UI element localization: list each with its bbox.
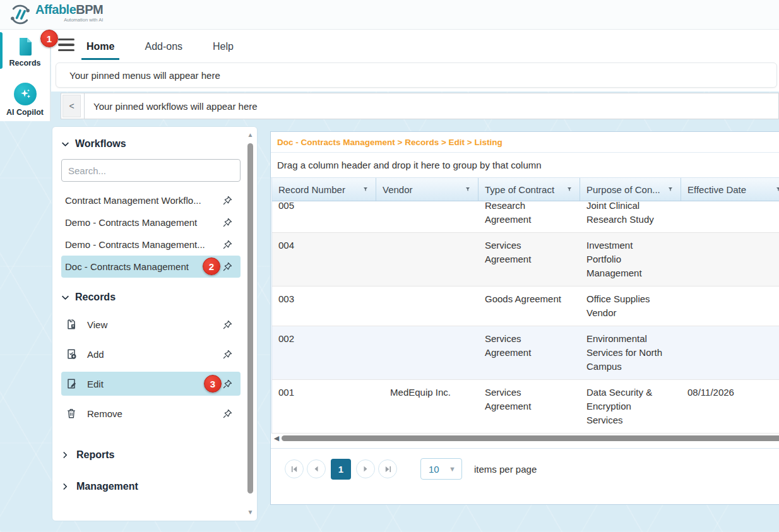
section-title: Workflows bbox=[75, 138, 126, 150]
cell-record-number: 002 bbox=[272, 326, 376, 379]
pinned-menus-bar: Your pinned menus will appear here bbox=[56, 62, 777, 88]
cell-vendor bbox=[376, 326, 479, 379]
cell-purpose: Investment Portfolio Management bbox=[580, 233, 681, 286]
pin-icon[interactable] bbox=[222, 319, 233, 330]
cell-vendor bbox=[376, 287, 479, 326]
current-page-button[interactable]: 1 bbox=[331, 459, 351, 480]
rail-item-ai-copilot[interactable]: AI Copilot bbox=[0, 76, 50, 118]
prev-page-button[interactable] bbox=[307, 459, 326, 478]
pin-icon[interactable] bbox=[222, 408, 233, 419]
chevron-down-icon bbox=[61, 293, 69, 302]
menu-item-add[interactable]: Add bbox=[61, 342, 241, 366]
pin-icon[interactable] bbox=[222, 349, 233, 360]
scroll-up-icon[interactable]: ▲ bbox=[246, 131, 254, 139]
sidebar-scrollbar[interactable]: ▲ ▼ bbox=[246, 131, 254, 517]
cell-record-number: 001 bbox=[272, 380, 376, 433]
first-page-button[interactable] bbox=[285, 459, 304, 478]
table-row[interactable]: 005Research AgreementJoint Clinical Rese… bbox=[272, 201, 779, 233]
last-page-icon bbox=[384, 466, 391, 473]
scroll-down-icon[interactable]: ▼ bbox=[246, 508, 254, 517]
cell-type: Goods Agreement bbox=[479, 287, 580, 326]
items-per-page-label: items per page bbox=[474, 464, 537, 475]
table-row[interactable]: 001MedEquip Inc.Services AgreementData S… bbox=[272, 380, 779, 434]
workflow-item[interactable]: Demo - Contracts Management bbox=[61, 211, 241, 233]
section-reports[interactable]: Reports bbox=[61, 442, 241, 468]
collapse-left-icon[interactable]: < bbox=[62, 95, 81, 117]
cell-effective-date: 08/11/2026 bbox=[681, 380, 779, 433]
annotation-badge-1: 1 bbox=[40, 30, 58, 47]
menu-item-view[interactable]: View bbox=[61, 312, 241, 336]
cell-record-number: 004 bbox=[272, 233, 376, 286]
page-size-value: 10 bbox=[429, 464, 449, 475]
rail-item-label: AI Copilot bbox=[6, 108, 44, 117]
next-page-button[interactable] bbox=[356, 459, 375, 478]
cell-effective-date bbox=[681, 201, 779, 232]
column-header-purpose[interactable]: Purpose of Con... bbox=[580, 178, 681, 201]
filter-icon[interactable] bbox=[359, 185, 368, 194]
workflow-item-selected[interactable]: Doc - Contracts Management 2 bbox=[61, 256, 241, 278]
column-header-vendor[interactable]: Vendor bbox=[376, 178, 479, 201]
pin-icon[interactable] bbox=[222, 261, 233, 272]
main-content-card: Doc - Contracts Management > Records > E… bbox=[270, 131, 779, 505]
pin-icon[interactable] bbox=[222, 195, 233, 206]
last-page-button[interactable] bbox=[378, 459, 397, 478]
column-header-type-of-contract[interactable]: Type of Contract bbox=[479, 178, 580, 201]
cell-effective-date bbox=[681, 233, 779, 286]
scrollbar-thumb[interactable] bbox=[247, 143, 253, 494]
cell-purpose: Data Security & Encryption Services bbox=[580, 380, 681, 433]
pin-icon[interactable] bbox=[222, 239, 233, 250]
cell-effective-date bbox=[681, 287, 779, 326]
clipboard-view-icon bbox=[65, 318, 78, 331]
scroll-left-icon[interactable]: ◀ bbox=[271, 434, 282, 442]
filter-icon[interactable] bbox=[664, 185, 673, 194]
cell-purpose: Joint Clinical Research Study bbox=[580, 201, 681, 232]
column-header-record-number[interactable]: Record Number bbox=[272, 178, 376, 201]
cell-vendor: MedEquip Inc. bbox=[376, 380, 479, 433]
cell-purpose: Environmental Services for North Campus bbox=[580, 326, 681, 379]
section-management[interactable]: Management bbox=[61, 473, 241, 500]
table-row[interactable]: 002Services AgreementEnvironmental Servi… bbox=[272, 326, 779, 380]
column-header-effective-date[interactable]: Effective Date bbox=[681, 178, 779, 201]
pin-icon[interactable] bbox=[222, 217, 233, 228]
section-workflows[interactable]: Workflows bbox=[61, 134, 241, 153]
trash-icon bbox=[65, 407, 78, 420]
pinned-workflows-placeholder: Your pinned workflows will appear here bbox=[93, 101, 258, 112]
tab-home[interactable]: Home bbox=[85, 35, 116, 60]
grid-header-row: Record Number Vendor Type of Contract Pu… bbox=[272, 178, 779, 201]
workflow-item[interactable]: Contract Management Workflo... bbox=[61, 189, 241, 211]
cell-effective-date bbox=[681, 326, 779, 379]
first-page-icon bbox=[291, 466, 298, 473]
filter-icon[interactable] bbox=[461, 185, 470, 194]
page-size-select[interactable]: 10 ▼ bbox=[420, 458, 462, 480]
pagination-bar: 1 10 ▼ items per page bbox=[271, 448, 779, 489]
breadcrumb: Doc - Contracts Management > Records > E… bbox=[271, 132, 779, 153]
workflow-item[interactable]: Demo - Contracts Management... bbox=[61, 233, 241, 256]
annotation-badge-2: 2 bbox=[203, 257, 220, 275]
section-records[interactable]: Records bbox=[61, 288, 241, 307]
brand-tagline: Automation with AI bbox=[35, 18, 103, 23]
filter-icon[interactable] bbox=[772, 185, 779, 194]
tab-add-ons[interactable]: Add-ons bbox=[143, 35, 184, 60]
pin-icon[interactable] bbox=[222, 379, 233, 389]
cell-purpose: Office Supplies Vendor bbox=[580, 287, 681, 326]
filter-icon[interactable] bbox=[563, 185, 572, 194]
nav-strip: Home Add-ons Help Your pinned menus will… bbox=[51, 30, 779, 92]
table-row[interactable]: 003Goods AgreementOffice Supplies Vendor bbox=[272, 287, 779, 326]
hscrollbar-thumb[interactable] bbox=[282, 435, 779, 441]
menu-item-remove[interactable]: Remove bbox=[61, 401, 241, 425]
divider bbox=[84, 93, 85, 119]
cell-type: Services Agreement bbox=[479, 380, 580, 433]
sidebar-panel: Workflows Contract Management Workflo...… bbox=[52, 126, 258, 521]
menu-item-edit[interactable]: Edit 3 bbox=[61, 372, 241, 396]
tab-help[interactable]: Help bbox=[211, 35, 235, 60]
hamburger-menu-icon[interactable] bbox=[58, 38, 74, 51]
chevron-down-icon: ▼ bbox=[449, 465, 456, 473]
cell-vendor bbox=[376, 233, 479, 286]
document-icon bbox=[15, 36, 35, 56]
brand-name: AffableBPM bbox=[35, 3, 103, 16]
table-row[interactable]: 004Services AgreementInvestment Portfoli… bbox=[272, 233, 779, 287]
grid-horizontal-scrollbar[interactable]: ◀ bbox=[271, 434, 779, 442]
rail-item-label: Records bbox=[9, 59, 40, 68]
search-input[interactable] bbox=[61, 159, 241, 182]
cell-type: Research Agreement bbox=[479, 201, 580, 232]
